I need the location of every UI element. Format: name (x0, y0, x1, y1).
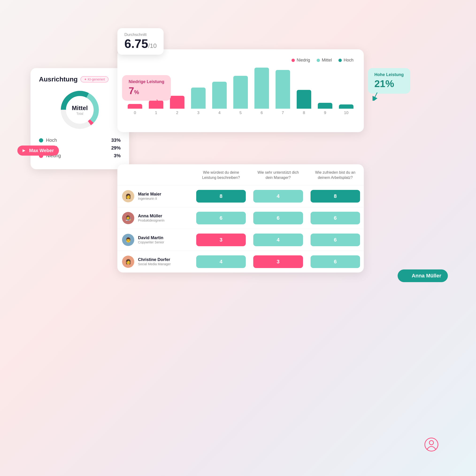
score-cell-0-2: 8 (307, 186, 364, 207)
score-cell-0-1: 4 (250, 186, 306, 207)
person-cell-3: 👩Christine DorferSocial Media Manager (117, 251, 192, 272)
bar-col-0: 0 (128, 104, 142, 115)
avatar-1: 👩‍🎨 (122, 212, 134, 224)
person-info-1: Anna MüllerProduktdesignerin (138, 214, 165, 222)
score-cell-1-2: 6 (307, 207, 364, 229)
score-cell-2-1: 4 (250, 229, 306, 251)
score-badge-1-2: 6 (310, 212, 360, 224)
table-body: 👩Marie MaierIngenieurin II848👩‍🎨Anna Mül… (117, 186, 364, 272)
legend-pct-hoch: 33% (111, 137, 121, 143)
bar-label-9: 9 (324, 111, 326, 115)
anna-tooltip-name: Anna Müller (412, 273, 441, 279)
hohe-arrow (373, 92, 382, 101)
bar-label-5: 5 (239, 111, 241, 115)
person-name-1: Anna Müller (138, 214, 165, 219)
legend-dot-hoch (39, 138, 43, 142)
bar-col-5: 5 (233, 76, 248, 115)
table-header-q3: Wie zufrieden bist du an deinem Arbeitsp… (307, 164, 364, 186)
legend-dot-niedrig-chart (291, 59, 295, 62)
table-card: Wie würdest du deine Leistung beschreibe… (117, 164, 364, 272)
score-cell-0-0: 8 (192, 186, 250, 207)
bar-label-0: 0 (134, 111, 136, 115)
cursor-arrow-icon (404, 273, 409, 279)
average-bubble: Durchschnitt 6.75/10 (117, 28, 164, 55)
score-badge-0-2: 8 (310, 190, 360, 203)
score-badge-1-1: 6 (253, 212, 303, 224)
logo-icon (424, 438, 439, 452)
bar-label-1: 1 (155, 111, 157, 115)
legend-niedrig-item: Niedrig (291, 58, 310, 63)
score-badge-1-0: 6 (196, 212, 246, 224)
legend-niedrig-label: Niedrig (297, 58, 310, 63)
legend-dot-mittel-chart (317, 59, 320, 62)
bar-col-6: 6 (255, 68, 269, 115)
score-cell-2-0: 3 (192, 229, 250, 251)
niedrige-sym: % (134, 89, 139, 95)
avg-denom: /10 (148, 42, 156, 49)
score-badge-3-2: 6 (310, 255, 360, 268)
svg-point-6 (429, 441, 434, 445)
legend-label-hoch: Hoch (46, 137, 108, 143)
bar-col-8: 8 (297, 90, 311, 115)
person-info-0: Marie MaierIngenieurin II (138, 192, 161, 201)
bar-col-9: 9 (318, 103, 332, 115)
person-role-1: Produktdesignerin (138, 219, 165, 222)
legend-mittel-item: Mittel (317, 58, 332, 63)
hohe-pct-container: 21% (374, 78, 404, 89)
bar-4 (212, 82, 227, 109)
legend-pct-mittel: 29% (111, 145, 121, 151)
hohe-pct: 21 (374, 78, 385, 89)
score-cell-1-0: 6 (192, 207, 250, 229)
score-badge-2-1: 4 (253, 234, 303, 246)
score-cell-1-1: 6 (250, 207, 306, 229)
avg-label: Durchschnitt (124, 32, 156, 37)
hohe-sym: % (385, 78, 394, 89)
score-badge-3-0: 4 (196, 255, 246, 268)
table-row-2: 👨David MartinCopywriter Senior346 (117, 229, 364, 251)
bar-9 (318, 103, 332, 109)
bar-label-8: 8 (303, 111, 305, 115)
score-cell-3-0: 4 (192, 251, 250, 272)
ai-badge: ✦ KI-generiert (81, 76, 108, 82)
bar-3 (191, 87, 206, 109)
person-cell-2: 👨David MartinCopywriter Senior (117, 229, 192, 251)
niedrige-pct: 7 (129, 85, 134, 96)
person-info-3: Christine DorferSocial Media Manager (138, 257, 171, 266)
bar-col-2: 2 (170, 96, 185, 115)
bar-label-10: 10 (344, 111, 349, 115)
bar-col-3: 3 (191, 87, 206, 115)
score-badge-0-1: 4 (253, 190, 303, 203)
score-badge-2-0: 3 (196, 234, 246, 246)
niedrige-label: Niedrige Leistung (129, 79, 164, 84)
person-info-2: David MartinCopywriter Senior (138, 236, 164, 244)
bar-col-10: 10 (339, 104, 354, 115)
donut-main: Mittel (72, 104, 88, 112)
score-cell-3-2: 6 (307, 251, 364, 272)
person-cell-0: 👩Marie MaierIngenieurin II (117, 186, 192, 207)
donut-container: Mittel Total (39, 89, 121, 131)
bar-8 (297, 90, 311, 109)
ausrichtung-title: Ausrichtung (39, 76, 78, 83)
hohe-popup: Hohe Leistung 21% (368, 68, 410, 94)
score-cell-2-2: 6 (307, 229, 364, 251)
bar-7 (275, 70, 290, 109)
avatar-0: 👩 (122, 190, 134, 202)
niedrige-pct-container: 7% (129, 85, 164, 97)
niedrige-arrow (152, 100, 161, 108)
bar-label-6: 6 (260, 111, 263, 115)
niedrige-popup: Niedrige Leistung 7% (122, 75, 171, 101)
bottom-logo (424, 438, 439, 453)
person-name-0: Marie Maier (138, 192, 161, 197)
legend-hoch: Hoch 33% (39, 137, 121, 143)
avatar-3: 👩 (122, 255, 134, 268)
person-name-3: Christine Dorfer (138, 257, 171, 262)
person-role-2: Copywriter Senior (138, 240, 164, 244)
bar-col-7: 7 (275, 70, 290, 115)
bar-label-3: 3 (197, 111, 199, 115)
person-cell-1: 👩‍🎨Anna MüllerProduktdesignerin (117, 207, 192, 229)
person-role-3: Social Media Manager (138, 262, 171, 266)
legend-pct-niedrig: 3% (114, 153, 121, 158)
bar-col-4: 4 (212, 82, 227, 115)
bar-10 (339, 104, 354, 109)
bar-label-4: 4 (218, 111, 221, 115)
